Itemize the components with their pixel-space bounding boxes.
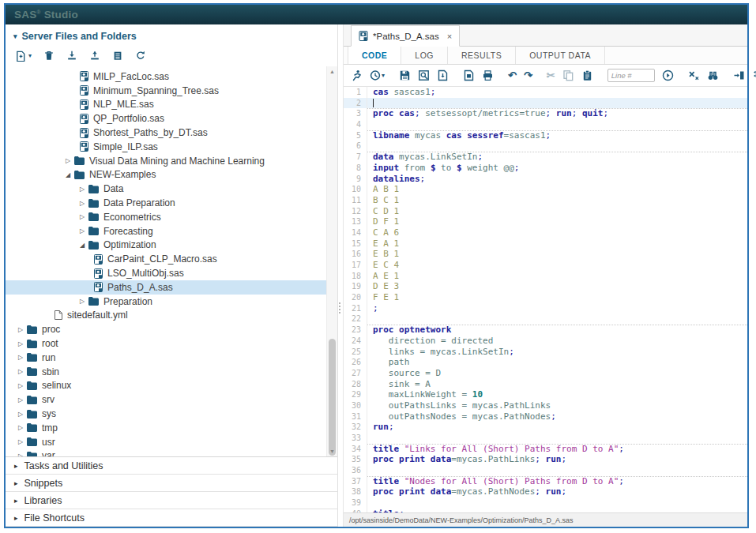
scroll-up-icon[interactable]: ▲ [327, 69, 337, 74]
code-line[interactable]: 34title "Links for All (Short) Paths fro… [344, 444, 747, 455]
expand-icon[interactable]: ▷ [18, 424, 27, 431]
format-code-button[interactable] [752, 69, 756, 81]
tree-item[interactable]: MILP_FacLoc.sas [6, 69, 337, 84]
expand-icon[interactable]: ▷ [18, 396, 27, 404]
close-tab-icon[interactable]: × [447, 32, 452, 41]
code-line[interactable]: 23proc optnetwork [344, 325, 747, 336]
refresh-button[interactable] [135, 50, 146, 62]
code-line[interactable]: 32run; [344, 422, 747, 433]
tree-item[interactable]: ▷proc [6, 322, 337, 336]
tree-item[interactable]: CarPaint_CLP_Macro.sas [6, 252, 337, 266]
expand-icon[interactable]: ▷ [18, 382, 27, 389]
code-line[interactable]: 40title; [344, 509, 747, 512]
expand-icon[interactable]: ▷ [80, 186, 88, 193]
code-line[interactable]: 35proc print data=mycas.PathLinks; run; [344, 454, 747, 465]
submission-history-button[interactable]: ▾ [370, 69, 385, 81]
section-snippets[interactable]: ▸Snippets [6, 475, 337, 492]
expand-icon[interactable]: ▷ [80, 298, 88, 305]
find-replace-button[interactable] [707, 69, 719, 81]
tree-item[interactable]: ▷usr [6, 435, 337, 449]
expand-icon[interactable]: ▷ [80, 227, 88, 235]
code-line[interactable]: 20F E 1 [344, 292, 747, 303]
code-editor[interactable]: 1cas sascas1;23proc cas; setsessopt/metr… [344, 87, 747, 512]
tree-item[interactable]: Shortest_Paths_by_DT.sas [6, 126, 337, 140]
expand-icon[interactable]: ▷ [18, 340, 27, 347]
indent-button[interactable] [733, 69, 745, 81]
code-line[interactable]: 8input from $ to $ weight @@; [344, 163, 747, 174]
tree-item[interactable]: ▷Preparation [6, 295, 337, 309]
collapse-icon[interactable]: ◢ [80, 242, 88, 249]
code-line[interactable]: 21; [344, 303, 747, 314]
tree-item[interactable]: ▷root [6, 336, 337, 351]
tab-output-data[interactable]: OUTPUT DATA [516, 47, 605, 64]
code-line[interactable]: 10A B 1 [344, 184, 747, 195]
code-line[interactable]: 3proc cas; setsessopt/metrics=true; run;… [344, 108, 747, 119]
document-tab-paths-d-a[interactable]: *Paths_D_A.sas × [351, 25, 460, 47]
tab-results[interactable]: RESULTS [448, 47, 516, 64]
code-line[interactable]: 30 outPathsLinks = mycas.PathLinks [344, 400, 747, 411]
tab-code[interactable]: CODE [348, 47, 401, 64]
tree-item[interactable]: ▷Econometrics [6, 210, 337, 224]
code-line[interactable]: 38proc print data=mycas.PathNodes; run; [344, 486, 747, 497]
code-line[interactable]: 19D E 3 [344, 281, 747, 292]
tree-item[interactable]: ▷Forecasting [6, 224, 337, 238]
code-line[interactable]: 4 [344, 119, 747, 130]
expand-icon[interactable]: ▷ [80, 200, 88, 207]
expand-icon[interactable]: ▷ [18, 368, 27, 375]
expand-icon[interactable]: ▷ [18, 411, 27, 418]
section-server-files-header[interactable]: ▾ Server Files and Folders [6, 24, 337, 45]
code-line[interactable]: 7data mycas.LinkSetIn; [344, 152, 747, 163]
paste-button[interactable] [581, 69, 593, 81]
code-line[interactable]: 37title "Nodes for All (Short) Paths fro… [344, 476, 747, 487]
tree-item[interactable]: ▷srv [6, 392, 337, 407]
tree-item[interactable]: ▷run [6, 351, 337, 365]
panel-splitter[interactable] [338, 24, 344, 527]
cut-icon[interactable]: ✂ [547, 70, 555, 81]
tree-item[interactable]: ▷selinux [6, 379, 337, 393]
tree-item[interactable]: ▷Data [6, 182, 337, 196]
code-line[interactable]: 31 outPathsNodes = mycas.PathNodes; [344, 411, 747, 422]
code-line[interactable]: 26 path [344, 357, 747, 368]
code-line[interactable]: 27 source = D [344, 368, 747, 379]
code-line[interactable]: 1cas sascas1; [344, 87, 747, 98]
tree-item[interactable]: ◢NEW-Examples [6, 168, 337, 182]
tree-item[interactable]: ▷tmp [6, 421, 337, 435]
undo-icon[interactable]: ↶ [508, 70, 517, 81]
print-button[interactable] [482, 69, 494, 81]
section-libraries[interactable]: ▸Libraries [6, 492, 337, 509]
expand-icon[interactable]: ▷ [66, 157, 74, 164]
expand-icon[interactable]: ▷ [18, 354, 27, 361]
code-line[interactable]: 33 [344, 433, 747, 444]
delete-button[interactable] [43, 50, 55, 62]
code-line[interactable]: 9datalines; [344, 174, 747, 185]
expand-icon[interactable]: ▷ [18, 326, 27, 333]
expand-icon[interactable]: ▷ [18, 452, 27, 456]
clear-code-button[interactable] [688, 69, 700, 81]
tree-item[interactable]: sitedefault.yml [6, 309, 337, 323]
code-line[interactable]: 28 sink = A [344, 379, 747, 390]
print-preview-button[interactable] [463, 69, 475, 81]
scrollbar-thumb[interactable] [329, 339, 336, 456]
collapse-icon[interactable]: ◢ [66, 171, 74, 178]
code-line[interactable]: 6 [344, 141, 747, 152]
save-button[interactable] [399, 69, 411, 81]
tree-item[interactable]: ▷Data Preparation [6, 196, 337, 210]
tree-item[interactable]: Minimum_Spanning_Tree.sas [6, 84, 337, 98]
tree-item[interactable]: Paths_D_A.sas [6, 280, 337, 295]
expand-icon[interactable]: ▷ [80, 213, 88, 220]
expand-icon[interactable]: ▷ [18, 438, 27, 445]
tree-item[interactable]: ◢Optimization [6, 238, 337, 253]
code-line[interactable]: 12C D 1 [344, 206, 747, 217]
tree-scrollbar[interactable]: ▲ ▼ [326, 66, 337, 456]
code-line[interactable]: 36 [344, 465, 747, 476]
code-line[interactable]: 16E B 1 [344, 249, 747, 260]
tree-item[interactable]: ▷Visual Data Mining and Machine Learning [6, 154, 337, 168]
file-download-button[interactable] [437, 69, 449, 81]
code-line[interactable]: 39 [344, 497, 747, 509]
copy-button[interactable] [562, 69, 574, 81]
code-line[interactable]: 2 [344, 98, 747, 109]
goto-line-input[interactable] [607, 69, 655, 82]
code-line[interactable]: 29 maxLinkWeight = 10 [344, 389, 747, 400]
tree-item[interactable]: Simple_ILP.sas [6, 140, 337, 154]
save-as-button[interactable] [418, 69, 430, 81]
